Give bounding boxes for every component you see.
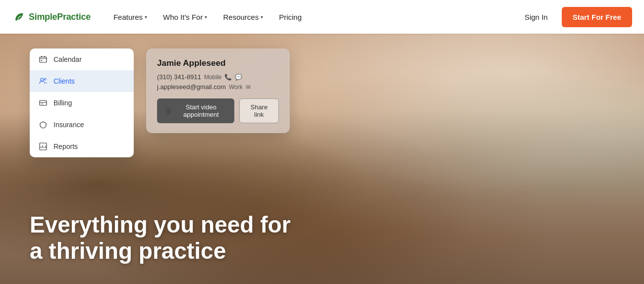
chat-icon: 💬 xyxy=(235,74,242,81)
sidebar-label-reports: Reports xyxy=(54,142,78,150)
client-email: j.appleseed@gmail.com xyxy=(157,83,226,91)
sidebar-item-billing[interactable]: Billing xyxy=(30,92,134,114)
nav-pricing[interactable]: Pricing xyxy=(272,9,309,25)
chevron-down-icon: ▾ xyxy=(145,14,147,20)
client-phone-type: Mobile xyxy=(204,74,221,81)
nav-features[interactable]: Features ▾ xyxy=(107,9,154,25)
calendar-icon xyxy=(39,55,48,64)
insurance-icon xyxy=(39,120,48,129)
email-icon: ✉ xyxy=(246,84,251,91)
billing-icon xyxy=(39,98,48,107)
client-email-row: j.appleseed@gmail.com Work ✉ xyxy=(157,83,279,91)
client-card-overlay: Jamie Appleseed (310) 341-8911 Mobile 📞 … xyxy=(146,48,290,133)
client-phone: (310) 341-8911 xyxy=(157,73,201,81)
svg-rect-1 xyxy=(41,60,42,61)
nav-resources[interactable]: Resources ▾ xyxy=(216,9,270,25)
phone-icon: 📞 xyxy=(224,74,232,81)
hero-text: Everything you need for a thriving pract… xyxy=(30,212,291,264)
client-name: Jamie Appleseed xyxy=(157,58,279,68)
sidebar-item-insurance[interactable]: Insurance xyxy=(30,114,134,136)
start-video-button[interactable]: 🎥 Start video appointment xyxy=(157,98,234,123)
hero-section: Calendar Clients Billing Insurance xyxy=(0,34,644,284)
reports-icon xyxy=(39,142,48,151)
logo[interactable]: SimplePractice xyxy=(12,10,91,24)
logo-text: SimplePractice xyxy=(29,12,91,22)
chevron-down-icon: ▾ xyxy=(261,14,263,20)
chevron-down-icon: ▾ xyxy=(205,14,207,20)
share-link-button[interactable]: Share link xyxy=(239,98,279,123)
nav-links: Features ▾ Who It's For ▾ Resources ▾ Pr… xyxy=(107,9,519,25)
main-nav: SimplePractice Features ▾ Who It's For ▾… xyxy=(0,0,644,34)
sidebar-label-billing: Billing xyxy=(54,99,72,107)
svg-rect-4 xyxy=(40,100,47,105)
svg-rect-0 xyxy=(40,57,47,62)
sign-in-link[interactable]: Sign In xyxy=(519,9,554,25)
svg-point-2 xyxy=(41,78,44,81)
client-action-buttons: 🎥 Start video appointment Share link xyxy=(157,98,279,123)
client-phone-row: (310) 341-8911 Mobile 📞 💬 xyxy=(157,73,279,81)
client-email-type: Work xyxy=(229,84,243,91)
app-sidebar-overlay: Calendar Clients Billing Insurance xyxy=(30,48,134,157)
clients-icon xyxy=(39,77,48,86)
start-for-free-button[interactable]: Start For Free xyxy=(562,7,632,27)
svg-point-3 xyxy=(44,78,46,80)
sidebar-label-insurance: Insurance xyxy=(54,121,84,129)
sidebar-item-reports[interactable]: Reports xyxy=(30,136,134,157)
nav-who-its-for[interactable]: Who It's For ▾ xyxy=(156,9,214,25)
sidebar-item-calendar[interactable]: Calendar xyxy=(30,48,134,70)
sidebar-item-clients[interactable]: Clients xyxy=(30,70,134,92)
sidebar-label-clients: Clients xyxy=(54,77,75,85)
sidebar-label-calendar: Calendar xyxy=(54,55,82,63)
hero-headline: Everything you need for a thriving pract… xyxy=(30,212,291,264)
nav-right: Sign In Start For Free xyxy=(519,7,632,27)
video-icon: 🎥 xyxy=(164,107,172,115)
